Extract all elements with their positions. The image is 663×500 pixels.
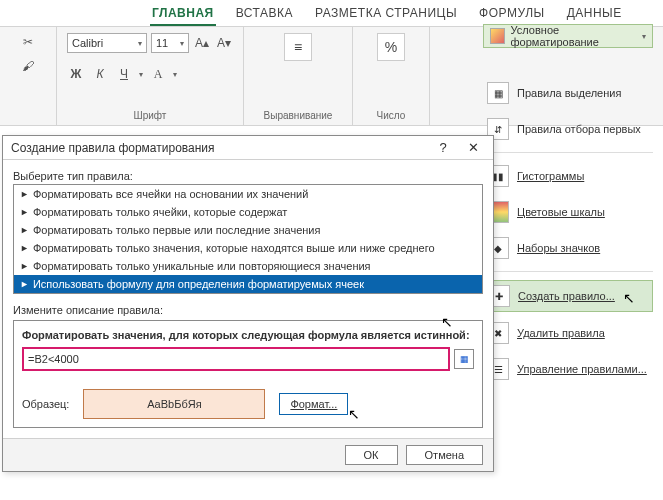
ribbon-tabs: ГЛАВНАЯ ВСТАВКА РАЗМЕТКА СТРАНИЦЫ ФОРМУЛ… — [0, 0, 663, 26]
rule-type-list[interactable]: ►Форматировать все ячейки на основании и… — [13, 184, 483, 294]
range-selector-button[interactable]: ▦ — [454, 349, 474, 369]
format-button[interactable]: Формат... — [279, 393, 348, 415]
percent-button[interactable]: % — [377, 33, 405, 61]
separator — [483, 152, 653, 153]
cf-item-data-bars[interactable]: ▮▮Гистограммы — [483, 161, 653, 191]
cf-item-highlight-rules[interactable]: ▦Правила выделения — [483, 78, 653, 108]
font-name-select[interactable]: Calibri▾ — [67, 33, 147, 53]
chevron-down-icon: ▾ — [173, 70, 177, 79]
cf-item-new-rule[interactable]: ✚Создать правило... — [483, 280, 653, 312]
rule-type-option[interactable]: ►Форматировать только значения, которые … — [14, 239, 482, 257]
tab-page-layout[interactable]: РАЗМЕТКА СТРАНИЦЫ — [313, 4, 459, 26]
percent-icon: % — [377, 33, 405, 61]
group-number: % Число — [353, 27, 430, 125]
dialog-title: Создание правила форматирования — [11, 141, 215, 155]
tab-data[interactable]: ДАННЫЕ — [565, 4, 624, 26]
cf-item-color-scales[interactable]: Цветовые шкалы — [483, 197, 653, 227]
group-font: Calibri▾ 11▾ A▴ A▾ Ж К Ч ▾ A ▾ Шрифт — [57, 27, 244, 125]
edit-rule-label: Измените описание правила: — [13, 304, 483, 316]
bullet-icon: ► — [20, 243, 29, 253]
cf-item-manage-rules[interactable]: ☰Управление правилами... — [483, 354, 653, 384]
cf-item-top-bottom[interactable]: ⇵Правила отбора первых — [483, 114, 653, 144]
font-size-select[interactable]: 11▾ — [151, 33, 189, 53]
formula-label: Форматировать значения, для которых след… — [22, 329, 474, 341]
conditional-formatting-icon — [490, 28, 505, 44]
separator — [483, 271, 653, 272]
group-label-font: Шрифт — [134, 110, 167, 123]
cursor-icon: ↖ — [348, 406, 360, 422]
tab-home[interactable]: ГЛАВНАЯ — [150, 4, 216, 26]
conditional-formatting-menu: Условное форматирование ▾ ▦Правила выдел… — [483, 24, 653, 384]
dialog-footer: ОК Отмена — [3, 438, 493, 471]
group-label-number: Число — [377, 110, 406, 123]
bullet-icon: ► — [20, 207, 29, 217]
cf-item-clear-rules[interactable]: ✖Удалить правила — [483, 318, 653, 348]
tab-insert[interactable]: ВСТАВКА — [234, 4, 295, 26]
rule-description-box: Форматировать значения, для которых след… — [13, 320, 483, 428]
group-alignment: ≡ Выравнивание — [244, 27, 353, 125]
group-label-align: Выравнивание — [264, 110, 333, 123]
bullet-icon: ► — [20, 261, 29, 271]
align-icon: ≡ — [284, 33, 312, 61]
italic-button[interactable]: К — [91, 65, 109, 83]
select-rule-type-label: Выберите тип правила: — [13, 170, 483, 182]
chevron-down-icon: ▾ — [180, 39, 184, 48]
bullet-icon: ► — [20, 279, 29, 289]
bullet-icon: ► — [20, 189, 29, 199]
underline-button[interactable]: Ч — [115, 65, 133, 83]
cf-item-icon-sets[interactable]: ◆Наборы значков — [483, 233, 653, 263]
chevron-down-icon: ▾ — [138, 39, 142, 48]
rule-type-option-selected[interactable]: ►Использовать формулу для определения фо… — [14, 275, 482, 293]
increase-font-icon[interactable]: A▴ — [193, 34, 211, 52]
cut-icon[interactable]: ✂ — [19, 33, 37, 51]
tab-formulas[interactable]: ФОРМУЛЫ — [477, 4, 547, 26]
alignment-button[interactable]: ≡ — [284, 33, 312, 61]
font-color-icon[interactable]: A — [149, 65, 167, 83]
group-clipboard: ✂ 🖌 — [0, 27, 57, 125]
help-button[interactable]: ? — [431, 140, 455, 155]
bullet-icon: ► — [20, 225, 29, 235]
dialog-titlebar: Создание правила форматирования ? ✕ — [3, 136, 493, 160]
formula-input[interactable]: =B2<4000 — [22, 347, 450, 371]
ok-button[interactable]: ОК — [345, 445, 398, 465]
cells-icon: ▦ — [487, 82, 509, 104]
group-label — [27, 110, 30, 123]
rule-type-option[interactable]: ►Форматировать только уникальные или пов… — [14, 257, 482, 275]
chevron-down-icon: ▾ — [139, 70, 143, 79]
preview-label: Образец: — [22, 398, 69, 410]
rule-type-option[interactable]: ►Форматировать только первые или последн… — [14, 221, 482, 239]
bold-button[interactable]: Ж — [67, 65, 85, 83]
format-painter-icon[interactable]: 🖌 — [19, 57, 37, 75]
new-formatting-rule-dialog: Создание правила форматирования ? ✕ Выбе… — [2, 135, 494, 472]
decrease-font-icon[interactable]: A▾ — [215, 34, 233, 52]
close-button[interactable]: ✕ — [461, 140, 485, 155]
cf-header-label: Условное форматирование — [511, 24, 636, 48]
rule-type-option[interactable]: ►Форматировать все ячейки на основании и… — [14, 185, 482, 203]
rule-type-option[interactable]: ►Форматировать только ячейки, которые со… — [14, 203, 482, 221]
cancel-button[interactable]: Отмена — [406, 445, 483, 465]
conditional-formatting-button[interactable]: Условное форматирование ▾ — [483, 24, 653, 48]
chevron-down-icon: ▾ — [642, 32, 646, 41]
format-preview: АаВbБбЯя — [83, 389, 265, 419]
